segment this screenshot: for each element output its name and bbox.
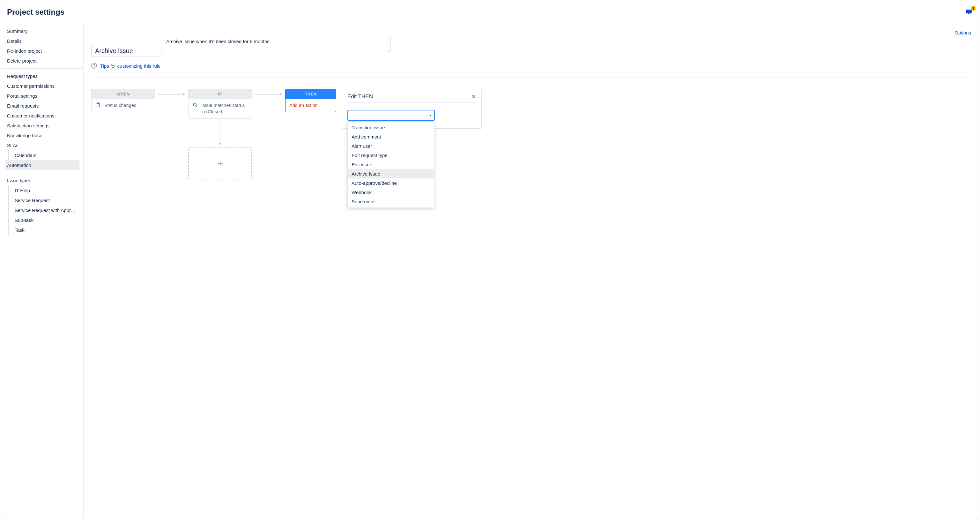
sidebar-item-automation[interactable]: Automation [5, 160, 80, 170]
edit-then-panel: Edit THEN ✕ ▾ Transition issueAdd commen… [342, 89, 482, 129]
if-card[interactable]: IF Issue matches status in (Closed,… [188, 89, 252, 119]
sidebar-item-it-help[interactable]: IT Help [13, 185, 80, 195]
action-option-edit-request-type[interactable]: Edit request type [348, 151, 434, 160]
svg-line-3 [196, 106, 197, 107]
help-icon: ? [91, 63, 97, 69]
rule-title-input[interactable] [91, 45, 161, 57]
action-option-send-email[interactable]: Send email [348, 197, 434, 206]
arrow-icon [158, 94, 185, 94]
main-content: Options ? Tips for customizing this rule… [84, 23, 979, 519]
page-title: Project settings [7, 8, 64, 17]
sidebar-item-slas[interactable]: SLAs [5, 140, 80, 150]
sidebar-item-customer-notifications[interactable]: Customer notifications [5, 111, 80, 121]
plus-icon: ＋ [215, 159, 225, 168]
sidebar-item-service-request-with-appr-[interactable]: Service Request with Appr… [13, 205, 80, 215]
automation-flow: WHEN Status changed IF [91, 89, 336, 179]
if-text: Issue matches status in (Closed,… [201, 102, 248, 115]
then-text: Add an action [285, 99, 336, 112]
action-option-archive-issue[interactable]: Archive Issue [348, 169, 434, 179]
sidebar-item-summary[interactable]: Summary [5, 26, 80, 36]
feedback-badge: 1 [971, 6, 975, 11]
when-text: Status changed [104, 102, 137, 108]
arrow-down-icon [220, 123, 220, 143]
sidebar: SummaryDetailsRe-index projectDelete pro… [1, 23, 84, 519]
feedback-icon[interactable]: 1 [965, 8, 973, 16]
action-option-webhook[interactable]: Webhook [348, 188, 434, 197]
search-icon [192, 102, 198, 108]
sidebar-item-service-request[interactable]: Service Request [13, 195, 80, 205]
sidebar-item-details[interactable]: Details [5, 36, 80, 46]
action-option-alert-user[interactable]: Alert user [348, 141, 434, 151]
sidebar-item-portal-settings[interactable]: Portal settings [5, 91, 80, 101]
action-option-add-comment[interactable]: Add comment [348, 132, 434, 141]
sidebar-item-delete-project[interactable]: Delete project [5, 56, 80, 66]
action-option-transition-issue[interactable]: Transition issue [348, 123, 434, 132]
rule-description-input[interactable] [163, 36, 391, 53]
action-dropdown: Transition issueAdd commentAlert userEdi… [347, 121, 434, 208]
svg-point-2 [193, 103, 196, 106]
arrow-icon [255, 94, 282, 94]
sidebar-item-knowledge-base[interactable]: Knowledge base [5, 131, 80, 140]
topbar: Project settings 1 [1, 1, 979, 23]
sidebar-item-request-types[interactable]: Request types [5, 71, 80, 81]
when-header: WHEN [92, 89, 155, 99]
sidebar-item-sub-task[interactable]: Sub-task [13, 215, 80, 225]
sidebar-heading-issue-types: Issue types [5, 175, 80, 185]
sidebar-item-customer-permissions[interactable]: Customer permissions [5, 81, 80, 91]
action-option-edit-issue[interactable]: Edit issue [348, 160, 434, 169]
tips-link[interactable]: Tips for customizing this rule [100, 63, 161, 69]
sidebar-item-re-index-project[interactable]: Re-index project [5, 46, 80, 56]
add-condition-button[interactable]: ＋ [188, 147, 252, 179]
action-select[interactable]: ▾ [347, 110, 435, 121]
sidebar-item-satisfaction-settings[interactable]: Satisfaction settings [5, 121, 80, 131]
panel-title: Edit THEN [347, 94, 373, 100]
sidebar-item-calendars[interactable]: Calendars [13, 150, 80, 160]
when-card[interactable]: WHEN Status changed [91, 89, 155, 112]
then-card[interactable]: THEN Add an action [285, 89, 336, 112]
status-changed-icon [95, 102, 101, 108]
if-header: IF [189, 89, 252, 99]
chevron-down-icon: ▾ [430, 113, 432, 118]
action-option-auto-approve-decline[interactable]: Auto-approve/decline [348, 179, 434, 188]
close-icon[interactable]: ✕ [471, 94, 476, 100]
options-link[interactable]: Options [955, 30, 971, 35]
sidebar-item-email-requests[interactable]: Email requests [5, 101, 80, 111]
then-header: THEN [285, 89, 336, 99]
sidebar-divider [1, 68, 83, 69]
sidebar-item-task[interactable]: Task [13, 225, 80, 235]
